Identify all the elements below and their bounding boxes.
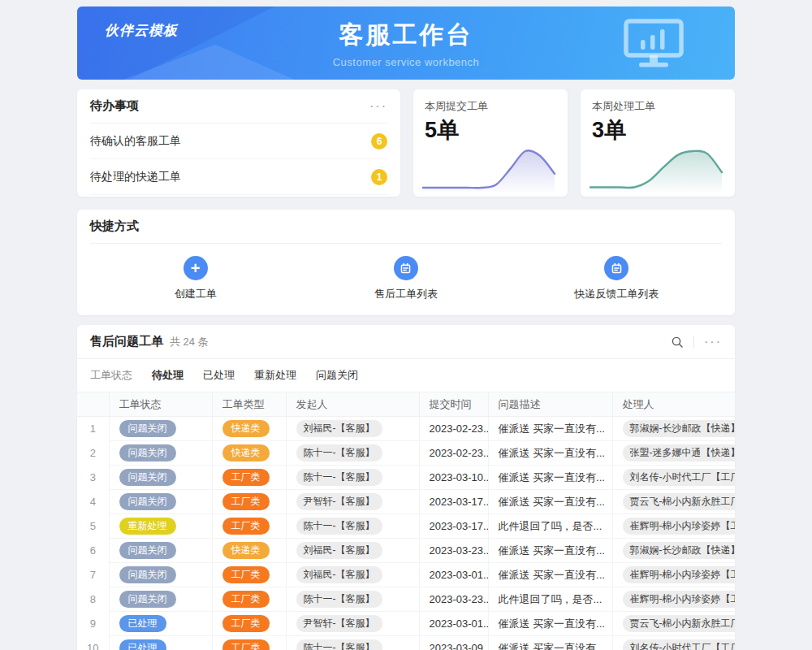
initiator-tag: 尹智轩-【客服】 [296, 615, 382, 632]
handler-tag: 贾云飞-棉小内新永胜工厂 [623, 615, 736, 632]
shortcut-label: 快递反馈工单列表 [574, 287, 659, 301]
corner-cell [77, 392, 109, 417]
status-pill: 问题关闭 [119, 469, 176, 486]
stat-card-handled: 本周处理工单 3单 [581, 89, 735, 197]
divider [693, 336, 694, 348]
time-cell: 2023-03-10... [419, 466, 488, 490]
type-cell: 工厂类 [212, 587, 286, 612]
initiator-cell: 陈十一-【客服】 [286, 441, 419, 466]
stat-value: 5单 [425, 115, 556, 145]
desc-cell: 催派送 买家一直没有... [488, 417, 612, 441]
handler-tag: 刘名传-小时代工厂【工厂】 [623, 469, 736, 486]
todo-card: 待办事项 ··· 待确认的客服工单6待处理的快递工单1 [77, 89, 400, 197]
status-cell: 问题关闭 [109, 466, 212, 490]
worksheet-table: 工单状态工单类型发起人提交时间问题描述处理人 1问题关闭快递类刘福民-【客服】2… [77, 392, 735, 650]
desc-cell: 催派送 买家一直没有... [488, 636, 612, 650]
type-cell: 工厂类 [212, 563, 286, 587]
handler-cell: 崔辉明-棉小内珍姿婷【工厂 [612, 563, 735, 587]
type-pill: 工厂类 [222, 518, 270, 535]
table-row[interactable]: 1问题关闭快递类刘福民-【客服】2023-02-23...催派送 买家一直没有.… [77, 417, 735, 441]
initiator-cell: 陈十一-【客服】 [286, 636, 419, 650]
filter-option[interactable]: 已处理 [203, 368, 235, 383]
table-row[interactable]: 3问题关闭工厂类陈十一-【客服】2023-03-10...催派送 买家一直没有.… [77, 466, 735, 490]
desc-cell: 此件退回了吗，是否... [488, 587, 612, 612]
type-pill: 工厂类 [222, 591, 270, 608]
type-cell: 快递类 [212, 441, 286, 466]
table-row[interactable]: 5重新处理工厂类陈十一-【客服】2023-03-17...此件退回了吗，是否..… [77, 514, 735, 539]
handler-tag: 崔辉明-棉小内珍姿婷【工厂 [623, 518, 736, 535]
filter-option[interactable]: 重新处理 [254, 368, 296, 383]
table-row[interactable]: 6问题关闭快递类刘福民-【客服】2023-03-23...催派送 买家一直没有.… [77, 539, 735, 563]
desc-cell: 此件退回了吗，是否... [488, 514, 612, 539]
initiator-cell: 刘福民-【客服】 [286, 563, 419, 587]
table-more-icon[interactable]: ··· [704, 336, 722, 349]
handler-cell: 郭淑娴-长沙邮政【快递】 [612, 539, 735, 563]
type-cell: 工厂类 [212, 466, 286, 490]
status-cell: 问题关闭 [109, 441, 212, 466]
sparkline-chart [589, 145, 723, 192]
handler-tag: 崔辉明-棉小内珍姿婷【工厂 [623, 566, 736, 583]
type-cell: 工厂类 [212, 490, 286, 514]
time-cell: 2023-03-23... [419, 539, 488, 563]
column-header: 问题描述 [488, 392, 612, 417]
worksheet-card: 售后问题工单 共 24 条 ··· 工单状态 待处理已处理重新处理问题关闭 工单… [77, 325, 735, 650]
table-row[interactable]: 7问题关闭工厂类刘福民-【客服】2023-03-01...催派送 买家一直没有.… [77, 563, 735, 587]
initiator-tag: 陈十一-【客服】 [296, 591, 382, 608]
desc-cell: 催派送 买家一直没有... [488, 612, 612, 636]
row-number: 8 [77, 587, 109, 612]
status-pill: 问题关闭 [119, 444, 176, 462]
todo-item-label: 待确认的客服工单 [90, 134, 181, 149]
filter-option[interactable]: 待处理 [152, 368, 184, 383]
type-cell: 快递类 [212, 417, 286, 441]
status-pill: 已处理 [119, 639, 166, 650]
filter-option[interactable]: 问题关闭 [316, 368, 358, 383]
handler-cell: 郭淑娴-长沙邮政【快递】 [612, 417, 735, 441]
stat-value: 3单 [592, 115, 723, 145]
column-header: 工单类型 [212, 392, 286, 417]
initiator-cell: 尹智轩-【客服】 [286, 490, 419, 514]
page: 伙伴云模板 客服工作台 Customer service workbench 待… [77, 0, 735, 650]
initiator-tag: 尹智轩-【客服】 [296, 493, 382, 510]
handler-tag: 郭淑娴-长沙邮政【快递】 [623, 542, 736, 559]
shortcuts-card: 快捷方式 +创建工单 售后工单列表 快递反馈工单列表 [77, 210, 735, 315]
table-row[interactable]: 9已处理工厂类尹智轩-【客服】2023-03-01...催派送 买家一直没有..… [77, 612, 735, 636]
handler-cell: 崔辉明-棉小内珍姿婷【工厂 [612, 514, 735, 539]
type-pill: 工厂类 [222, 639, 270, 650]
desc-cell: 催派送 买家一直没有... [488, 466, 612, 490]
handler-tag: 刘名传-小时代工厂【工厂】 [623, 639, 736, 650]
type-cell: 工厂类 [212, 636, 286, 650]
initiator-cell: 陈十一-【客服】 [286, 466, 419, 490]
table-row[interactable]: 8问题关闭工厂类陈十一-【客服】2023-03-23...此件退回了吗，是否..… [77, 587, 735, 612]
table-row[interactable]: 4问题关闭工厂类尹智轩-【客服】2023-03-17...催派送 买家一直没有.… [77, 490, 735, 514]
more-icon[interactable]: ··· [369, 100, 387, 113]
row-number: 6 [77, 539, 109, 563]
page-title: 客服工作台 [339, 19, 473, 52]
status-pill: 重新处理 [119, 518, 176, 535]
shortcut-item[interactable]: 售后工单列表 [300, 256, 511, 301]
time-cell: 2023-03-17... [419, 514, 488, 539]
type-cell: 工厂类 [212, 612, 286, 636]
shortcut-item[interactable]: +创建工单 [90, 256, 300, 301]
handler-tag: 贾云飞-棉小内新永胜工厂 [623, 493, 736, 510]
status-pill: 问题关闭 [119, 591, 176, 608]
initiator-cell: 刘福民-【客服】 [286, 539, 419, 563]
shortcut-item[interactable]: 快递反馈工单列表 [512, 256, 722, 301]
handler-cell: 贾云飞-棉小内新永胜工厂 [612, 612, 735, 636]
table-row[interactable]: 10已处理工厂类陈十一-【客服】2023-03-09...催派送 买家一直没有.… [77, 636, 735, 650]
time-cell: 2023-03-23... [419, 587, 488, 612]
worksheet-title: 售后问题工单 [90, 334, 163, 349]
initiator-tag: 陈十一-【客服】 [296, 639, 382, 650]
status-filter: 工单状态 待处理已处理重新处理问题关闭 [77, 359, 735, 392]
initiator-tag: 陈十一-【客服】 [296, 469, 382, 486]
search-icon[interactable] [671, 336, 684, 349]
table-row[interactable]: 2问题关闭快递类陈十一-【客服】2023-02-23...催派送 买家一直没有.… [77, 441, 735, 466]
status-cell: 问题关闭 [109, 563, 212, 587]
handler-cell: 刘名传-小时代工厂【工厂】 [612, 636, 735, 650]
todo-item[interactable]: 待处理的快递工单1 [90, 159, 387, 195]
todo-item[interactable]: 待确认的客服工单6 [90, 124, 387, 159]
row-number: 10 [77, 636, 109, 650]
row-number: 9 [77, 612, 109, 636]
shortcut-label: 售后工单列表 [374, 287, 438, 301]
type-pill: 快递类 [222, 444, 270, 462]
status-cell: 已处理 [109, 612, 212, 636]
